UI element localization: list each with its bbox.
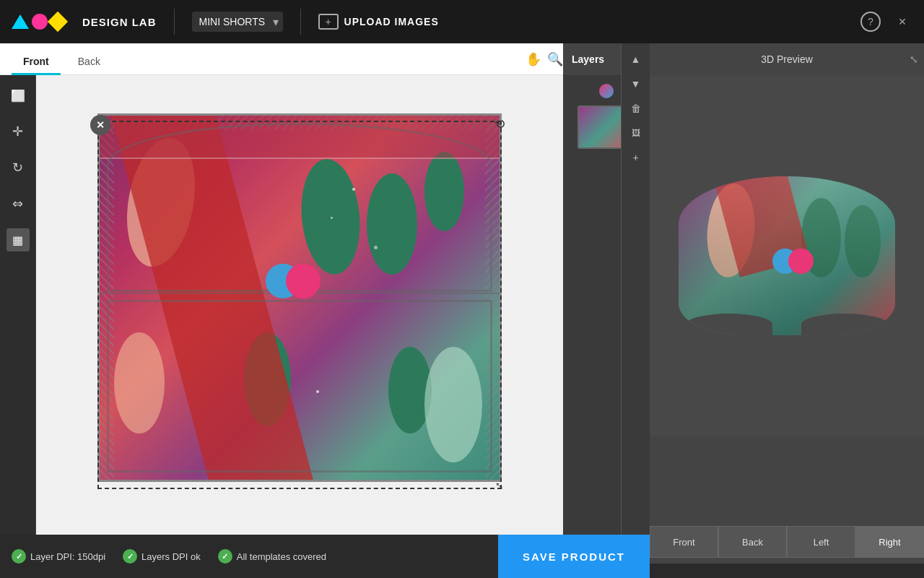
crop-tool-button[interactable]: ⬜ (6, 84, 30, 107)
left-sidebar: ⬜ ✛ ↻ ⇔ ▦ (0, 75, 36, 559)
logo-triangle (12, 14, 29, 29)
layer-add-button[interactable]: + (625, 147, 647, 168)
check-icon-2: ✓ (123, 549, 137, 564)
tabs-row: Front Back (0, 43, 563, 75)
garment-bottom-outline (107, 300, 492, 473)
save-label: SAVE PRODUCT (523, 551, 625, 563)
expand-button[interactable]: ⤡ (910, 53, 918, 65)
layer-delete-button[interactable]: 🗑 (625, 98, 647, 118)
layer-down-button[interactable]: ▼ (625, 74, 647, 94)
separator (174, 9, 175, 35)
topbar: DESIGN LAB MINI SHORTS + UPLOAD IMAGES ?… (0, 0, 924, 43)
g3d-leg-left (686, 314, 772, 335)
view-right-button[interactable]: Right (855, 526, 924, 558)
logo (12, 14, 65, 30)
status-dpi: ✓ Layer DPI: 150dpi (12, 549, 105, 564)
save-product-button[interactable]: SAVE PRODUCT (498, 535, 650, 578)
layer-actions: ▲ ▼ 🗑 🖼 + (621, 43, 650, 535)
preview-view-buttons: Front Back Left Right (650, 520, 924, 564)
view-front-button[interactable]: Front (650, 526, 718, 558)
hand-tool-button[interactable]: ✋ (526, 51, 541, 67)
tab-back[interactable]: Back (66, 50, 112, 75)
upload-icon: + (318, 14, 339, 30)
app-title: DESIGN LAB (82, 16, 157, 28)
speckle-2 (331, 217, 333, 219)
upload-label: UPLOAD IMAGES (344, 16, 439, 27)
design-canvas: ↻ ↔ ✕ (97, 113, 502, 496)
view-left-button[interactable]: Left (787, 526, 855, 558)
layer-color-swatch (599, 84, 614, 98)
logo-diamond (48, 12, 68, 32)
status-bar: ✓ Layer DPI: 150dpi ✓ Layers DPI ok ✓ Al… (0, 535, 650, 578)
close-button[interactable]: × (892, 12, 912, 32)
upload-button[interactable]: + UPLOAD IMAGES (318, 14, 439, 30)
help-button[interactable]: ? (860, 12, 881, 32)
speckle-4 (316, 390, 319, 393)
speckle-3 (374, 246, 378, 249)
check-icon-3: ✓ (218, 549, 232, 564)
preview-3d (650, 75, 924, 436)
pink-dot (286, 264, 321, 298)
speckle-1 (352, 188, 355, 191)
move-tool-button[interactable]: ✛ (6, 120, 30, 143)
flip-tool-button[interactable]: ⇔ (6, 192, 30, 215)
delete-handle[interactable]: ✕ (90, 115, 110, 135)
g3d-leg-right (801, 314, 888, 335)
layers-dpi-label: Layers DPI ok (141, 551, 201, 562)
logo-circle (32, 14, 48, 30)
templates-label: All templates covered (237, 551, 326, 562)
zoom-out-button[interactable]: 🔍 (547, 51, 563, 67)
garment-design (97, 113, 502, 482)
garment-3d-shape (679, 176, 895, 335)
dpi-label: Layer DPI: 150dpi (30, 551, 105, 562)
tab-front[interactable]: Front (12, 50, 61, 75)
garment-3d-preview (679, 176, 895, 335)
product-selector[interactable]: MINI SHORTS (192, 12, 283, 32)
rotate-tool-button[interactable]: ↻ (6, 156, 30, 179)
separator2 (300, 9, 301, 35)
layer-up-button[interactable]: ▲ (625, 49, 647, 69)
frame-tool-button[interactable]: ▦ (6, 228, 30, 251)
layer-image-button[interactable]: 🖼 (625, 123, 647, 143)
canvas-area: ↻ ↔ ✕ (36, 75, 563, 535)
product-selector-wrap[interactable]: MINI SHORTS (192, 12, 283, 32)
status-layers-dpi: ✓ Layers DPI ok (123, 549, 201, 564)
status-templates: ✓ All templates covered (218, 549, 326, 564)
check-icon-1: ✓ (12, 549, 26, 564)
preview-panel: 3D Preview ⤡ (650, 43, 924, 535)
g3d-pink-dot (788, 249, 814, 274)
view-back-button[interactable]: Back (718, 526, 787, 558)
preview-header: 3D Preview ⤡ (650, 43, 924, 75)
